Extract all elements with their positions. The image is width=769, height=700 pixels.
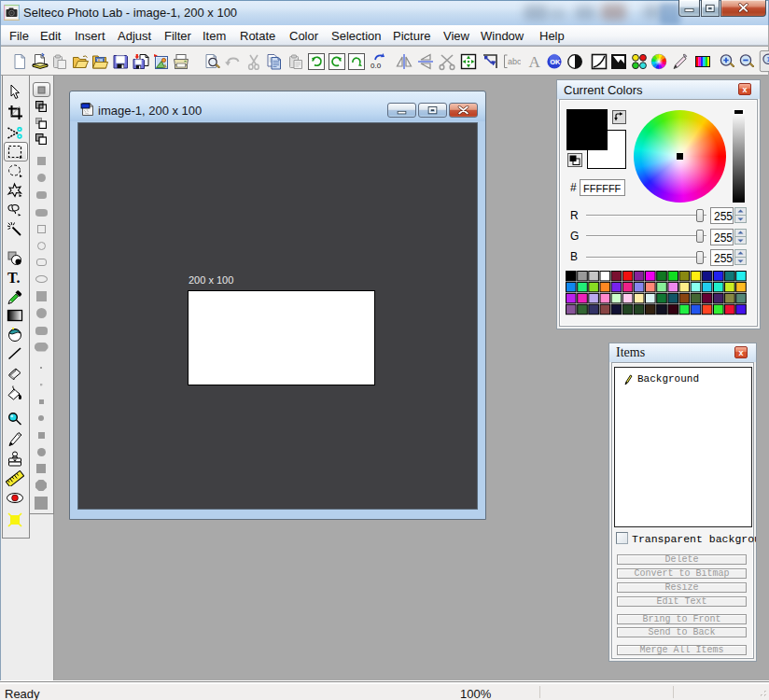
svg-text:0.0: 0.0 (371, 62, 382, 70)
svg-text:OK: OK (550, 58, 561, 66)
svg-text:A: A (529, 53, 541, 71)
svg-text:T.: T. (7, 270, 20, 286)
svg-text:abc: abc (508, 57, 521, 66)
